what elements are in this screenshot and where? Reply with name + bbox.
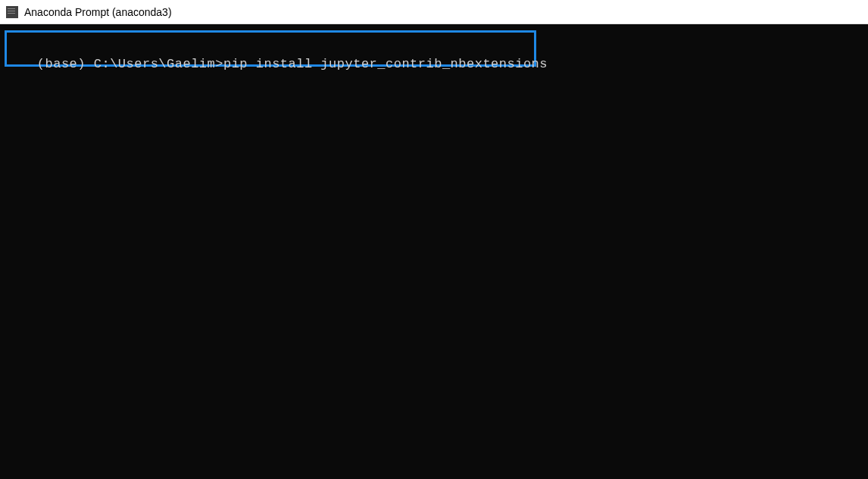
terminal-prompt: (base) C:\Users\Gaelim> <box>37 57 223 71</box>
window-titlebar: Anaconda Prompt (anaconda3) <box>0 0 868 24</box>
window-title: Anaconda Prompt (anaconda3) <box>24 6 172 18</box>
terminal-line: (base) C:\Users\Gaelim>pip install jupyt… <box>5 42 548 86</box>
terminal-icon <box>6 6 18 18</box>
terminal-area[interactable]: (base) C:\Users\Gaelim>pip install jupyt… <box>0 24 868 479</box>
terminal-command: pip install jupyter_contrib_nbextensions <box>223 57 548 71</box>
